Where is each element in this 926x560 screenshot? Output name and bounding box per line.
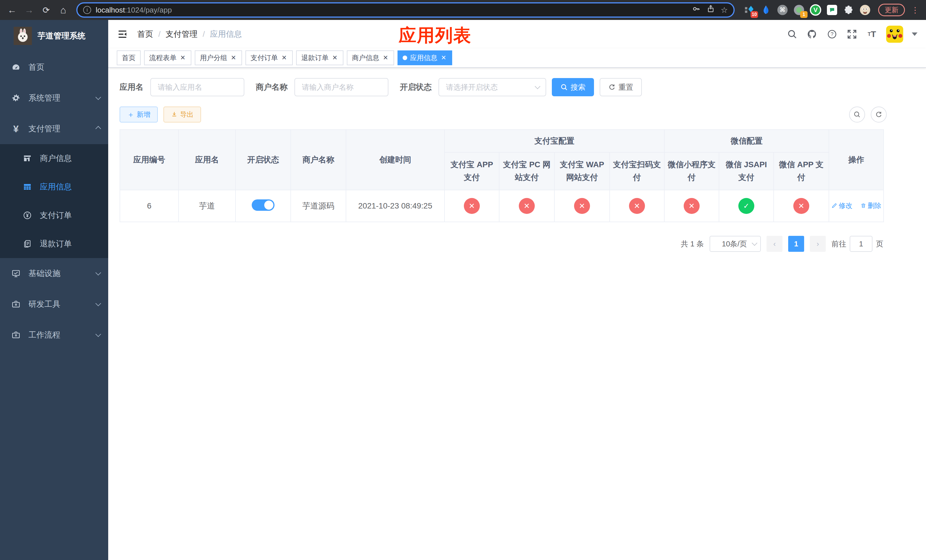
breadcrumb-payment[interactable]: 支付管理	[166, 29, 198, 39]
sidebar-item-system[interactable]: 系统管理	[0, 83, 108, 114]
sidebar-item-payment[interactable]: ¥ 支付管理	[0, 114, 108, 144]
status-select-placeholder: 请选择开启状态	[446, 82, 535, 92]
sidebar-item-home[interactable]: 首页	[0, 52, 108, 83]
github-icon[interactable]	[806, 29, 818, 40]
download-icon	[171, 111, 178, 118]
forward-icon[interactable]: →	[22, 3, 36, 17]
refresh-table-button[interactable]	[871, 106, 887, 123]
sidebar-item-label: 研发工具	[29, 299, 96, 310]
tag-refund-orders[interactable]: 退款订单✕	[296, 50, 343, 65]
tag-merchant-info[interactable]: 商户信息✕	[347, 50, 394, 65]
bookmark-star-icon[interactable]: ☆	[721, 5, 728, 15]
sidebar-item-refund-orders[interactable]: 退款订单	[0, 230, 108, 258]
status-select[interactable]: 请选择开启状态	[439, 78, 546, 96]
ext-command-icon[interactable]: ⌘	[777, 4, 788, 16]
cell-app-id: 6	[120, 190, 179, 222]
toggle-search-button[interactable]	[849, 106, 865, 123]
goto-page-input[interactable]	[850, 236, 873, 252]
alipay-app-status-icon	[464, 198, 480, 214]
add-button[interactable]: ＋ 新增	[120, 106, 158, 123]
url-bar[interactable]: i localhost:1024/pay/app ☆	[76, 2, 735, 18]
table-row: 6 芋道 芋道源码 2021-10-23 08:49:25 修改	[120, 190, 884, 222]
sidebar-item-dev-tools[interactable]: 研发工具	[0, 289, 108, 319]
command-glyph: ⌘	[780, 6, 785, 14]
sidebar-item-workflow[interactable]: 工作流程	[0, 319, 108, 350]
sidebar-item-merchant-info[interactable]: 商户信息	[0, 144, 108, 173]
monitor-icon	[11, 269, 21, 278]
close-icon[interactable]: ✕	[440, 54, 447, 62]
sidebar-item-label: 工作流程	[29, 330, 96, 341]
password-key-icon[interactable]	[691, 4, 701, 16]
close-icon[interactable]: ✕	[382, 54, 389, 62]
fullscreen-icon[interactable]	[846, 29, 858, 40]
url-text[interactable]: localhost:1024/pay/app	[96, 6, 687, 15]
close-icon[interactable]: ✕	[331, 54, 338, 62]
page-size-value: 10条/页	[717, 239, 752, 249]
app-title: 芋道管理系统	[38, 30, 85, 41]
help-icon[interactable]: ?	[826, 29, 838, 40]
sidebar-item-label: 基础设施	[29, 268, 96, 279]
reload-icon[interactable]: ⟳	[39, 3, 53, 17]
tag-pay-orders[interactable]: 支付订单✕	[245, 50, 293, 65]
tag-label: 商户信息	[352, 53, 379, 62]
ext-widget-icon[interactable]: 10	[744, 4, 755, 16]
sidebar-item-label: 支付管理	[29, 123, 96, 134]
header-search-icon[interactable]	[787, 29, 798, 40]
export-button[interactable]: 导出	[163, 106, 201, 123]
close-icon[interactable]: ✕	[281, 54, 287, 62]
annotation-title: 应用列表	[399, 23, 472, 47]
document-icon	[23, 239, 32, 248]
update-button[interactable]: 更新	[878, 4, 905, 16]
chevron-up-icon	[95, 126, 101, 132]
search-button[interactable]: 搜索	[552, 78, 594, 96]
edit-link[interactable]: 修改	[831, 201, 852, 210]
font-size-icon[interactable]: TT	[866, 29, 878, 40]
sidebar-item-app-info[interactable]: 应用信息	[0, 173, 108, 201]
extensions-puzzle-icon[interactable]	[843, 4, 854, 16]
tag-app-info-active[interactable]: 应用信息✕	[398, 50, 452, 65]
ext-kite-icon[interactable]	[760, 4, 772, 16]
col-group-alipay: 支付宝配置	[445, 130, 664, 152]
breadcrumb: 首页 / 支付管理 / 应用信息	[137, 29, 242, 39]
back-icon[interactable]: ←	[5, 3, 20, 17]
ext-chat-icon[interactable]	[826, 4, 838, 16]
delete-link[interactable]: 删除	[860, 201, 881, 210]
avatar-dropdown-caret[interactable]	[912, 32, 917, 36]
alipay-wap-status-icon	[574, 198, 590, 214]
next-page-button[interactable]: ›	[810, 236, 826, 252]
app-name-input[interactable]	[150, 78, 244, 96]
chevron-down-icon	[95, 301, 101, 306]
close-icon[interactable]: ✕	[230, 54, 237, 62]
export-button-label: 导出	[180, 110, 194, 119]
ext-status-icon[interactable]: 1	[793, 4, 805, 16]
breadcrumb-home[interactable]: 首页	[137, 29, 153, 39]
user-avatar[interactable]	[886, 26, 903, 43]
url-path: :1024/pay/app	[125, 6, 172, 14]
plus-icon: ＋	[127, 110, 135, 120]
sidebar-collapse-icon[interactable]	[117, 29, 128, 40]
share-icon[interactable]	[707, 5, 715, 15]
app-logo: 芋道管理系统	[0, 20, 108, 52]
site-info-icon[interactable]: i	[83, 6, 91, 14]
status-toggle[interactable]	[252, 200, 274, 211]
sidebar-item-infrastructure[interactable]: 基础设施	[0, 258, 108, 289]
sidebar-item-pay-orders[interactable]: 支付订单	[0, 201, 108, 230]
sidebar-item-label: 退款订单	[40, 238, 100, 249]
tag-process-form[interactable]: 流程表单✕	[144, 50, 191, 65]
page-size-select[interactable]: 10条/页	[710, 236, 761, 252]
prev-page-button[interactable]: ‹	[767, 236, 782, 252]
profile-avatar-icon[interactable]	[859, 4, 871, 16]
merchant-name-label: 商户名称	[256, 82, 287, 92]
browser-menu-icon[interactable]: ⋮	[911, 5, 917, 15]
edit-label: 修改	[838, 201, 852, 210]
svg-text:?: ?	[831, 31, 834, 37]
merchant-name-input[interactable]	[294, 78, 388, 96]
alipay-pc-status-icon	[519, 198, 535, 214]
reset-button[interactable]: 重置	[600, 78, 642, 96]
tag-home[interactable]: 首页	[117, 50, 141, 65]
tag-user-group[interactable]: 用户分组✕	[195, 50, 242, 65]
home-icon[interactable]: ⌂	[56, 3, 71, 17]
current-page-button[interactable]: 1	[788, 236, 804, 252]
close-icon[interactable]: ✕	[179, 54, 186, 62]
ext-v-icon[interactable]: V	[810, 4, 821, 16]
